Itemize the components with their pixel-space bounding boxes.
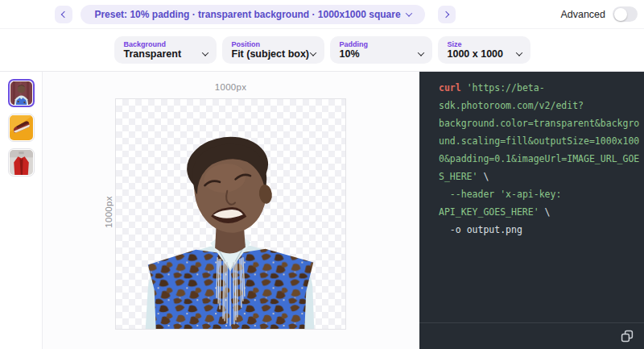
chevron-down-icon bbox=[309, 49, 316, 56]
position-dropdown-value: Fit (subject box) bbox=[232, 48, 310, 60]
controls-row: Background Transparent Position Fit (sub… bbox=[0, 29, 644, 72]
chevron-down-icon bbox=[405, 10, 411, 16]
canvas-width-label: 1000px bbox=[115, 82, 346, 92]
chevron-left-icon bbox=[61, 10, 68, 17]
chevron-down-icon bbox=[515, 49, 522, 56]
padding-dropdown[interactable]: Padding 10% bbox=[330, 36, 432, 64]
curl-command[interactable]: curl 'https://beta- sdk.photoroom.com/v2… bbox=[419, 72, 644, 322]
code-panel: curl 'https://beta- sdk.photoroom.com/v2… bbox=[419, 72, 644, 349]
chevron-down-icon bbox=[417, 49, 423, 56]
preset-label: Preset: 10% padding · transparent backgr… bbox=[94, 9, 400, 20]
size-dropdown-value: 1000 x 1000 bbox=[448, 48, 504, 60]
background-dropdown[interactable]: Background Transparent bbox=[114, 36, 217, 64]
preview-canvas-area: 1000px 1000px bbox=[43, 72, 419, 349]
next-preset-button[interactable] bbox=[438, 6, 456, 23]
subject-portrait-image bbox=[116, 99, 345, 329]
position-dropdown-label: Position bbox=[232, 40, 316, 48]
topbar: Preset: 10% padding · transparent backgr… bbox=[0, 0, 644, 29]
thumbnail-sneaker[interactable] bbox=[8, 114, 35, 142]
copy-button[interactable] bbox=[621, 330, 634, 343]
position-dropdown[interactable]: Position Fit (subject box) bbox=[222, 36, 324, 64]
size-dropdown-label: Size bbox=[448, 40, 522, 48]
previous-preset-button[interactable] bbox=[55, 6, 72, 23]
advanced-label: Advanced bbox=[560, 9, 605, 20]
thumbnail-red-garment[interactable] bbox=[8, 148, 35, 177]
transparent-canvas[interactable] bbox=[115, 98, 346, 330]
preset-selector[interactable]: Preset: 10% padding · transparent backgr… bbox=[80, 5, 425, 24]
chevron-right-icon bbox=[443, 10, 449, 17]
canvas-height-label: 1000px bbox=[104, 188, 114, 236]
code-panel-footer bbox=[419, 322, 644, 349]
size-dropdown[interactable]: Size 1000 x 1000 bbox=[438, 36, 530, 64]
padding-dropdown-value: 10% bbox=[340, 48, 360, 60]
image-sidebar bbox=[0, 72, 43, 349]
toggle-knob bbox=[614, 8, 627, 21]
chevron-down-icon bbox=[201, 49, 208, 56]
main-content: 1000px 1000px bbox=[0, 72, 644, 349]
copy-icon bbox=[621, 330, 634, 343]
photoroom-sdk-playground: Preset: 10% padding · transparent backgr… bbox=[0, 0, 644, 349]
thumbnail-portrait[interactable] bbox=[8, 79, 35, 107]
background-dropdown-value: Transparent bbox=[124, 48, 182, 60]
advanced-toggle[interactable] bbox=[613, 6, 638, 22]
background-dropdown-label: Background bbox=[124, 40, 208, 48]
padding-dropdown-label: Padding bbox=[340, 40, 423, 48]
